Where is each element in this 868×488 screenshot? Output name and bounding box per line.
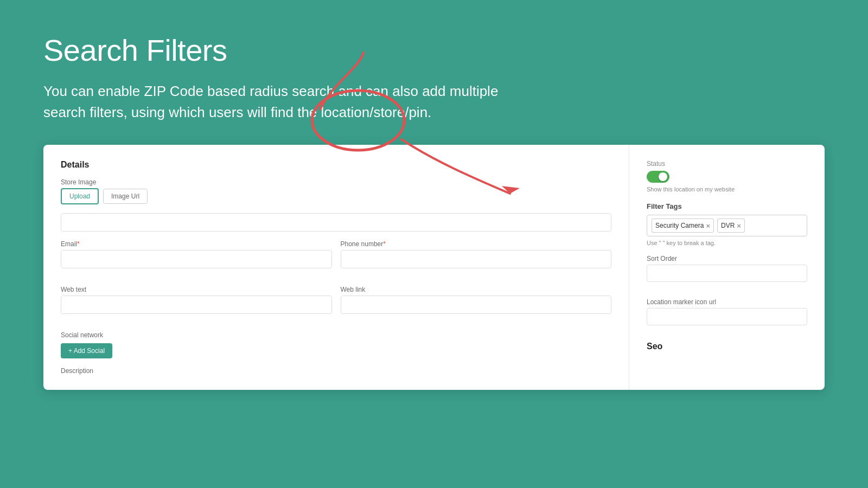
tag-dvr-label: DVR — [721, 222, 735, 229]
web-row: Web text Web link — [61, 286, 611, 323]
location-marker-field: Location marker icon url — [647, 298, 807, 333]
tag-label: Security Camera — [655, 222, 704, 229]
web-text-input[interactable] — [61, 296, 332, 314]
form-card: Details Store Image Upload Image Url Ema… — [43, 145, 825, 390]
sort-order-label: Sort Order — [647, 255, 807, 262]
form-right: Status Show this location on my website … — [629, 145, 825, 390]
sort-order-input[interactable] — [647, 265, 807, 282]
location-marker-label: Location marker icon url — [647, 298, 807, 306]
web-link-field-group: Web link — [341, 286, 612, 314]
toggle-thumb — [659, 172, 667, 181]
tag-security-camera: Security Camera × — [652, 219, 714, 233]
tags-input-container[interactable]: Security Camera × DVR × — [647, 215, 807, 236]
image-url-button[interactable]: Image Url — [103, 189, 148, 204]
status-toggle[interactable] — [647, 171, 669, 183]
hero-section: Search Filters You can enable ZIP Code b… — [0, 0, 868, 145]
page-title: Search Filters — [43, 33, 825, 68]
toggle-track — [647, 171, 669, 183]
add-social-button[interactable]: + Add Social — [61, 343, 112, 358]
web-text-field-group: Web text — [61, 286, 332, 314]
status-field: Status Show this location on my website — [647, 160, 807, 192]
phone-label: Phone number* — [341, 240, 612, 248]
store-image-field: Store Image Upload Image Url — [61, 178, 611, 204]
tag-dvr: DVR × — [717, 219, 745, 233]
name-input[interactable] — [61, 213, 611, 232]
web-text-label: Web text — [61, 286, 332, 293]
sort-order-field: Sort Order — [647, 255, 807, 290]
toggle-wrapper — [647, 171, 807, 183]
email-phone-row: Email* Phone number* — [61, 240, 611, 277]
status-label: Status — [647, 160, 807, 168]
details-section-title: Details — [61, 160, 611, 170]
phone-field-group: Phone number* — [341, 240, 612, 268]
show-location-text: Show this location on my website — [647, 186, 807, 192]
seo-title: Seo — [647, 342, 807, 351]
card-wrapper: Details Store Image Upload Image Url Ema… — [43, 145, 825, 390]
location-marker-input[interactable] — [647, 308, 807, 325]
social-label: Social network — [61, 331, 611, 339]
tag-close-dvr[interactable]: × — [737, 222, 741, 229]
tag-close-security-camera[interactable]: × — [706, 222, 710, 229]
filter-tags-field: Filter Tags Security Camera × DVR × Use … — [647, 202, 807, 246]
form-left: Details Store Image Upload Image Url Ema… — [43, 145, 629, 390]
social-network-field: Social network + Add Social — [61, 331, 611, 358]
tag-hint: Use " " key to break a tag. — [647, 240, 807, 246]
upload-button[interactable]: Upload — [61, 188, 99, 204]
filter-tags-label: Filter Tags — [647, 202, 807, 210]
description-label: Description — [61, 367, 611, 375]
email-input[interactable] — [61, 250, 332, 268]
phone-input[interactable] — [341, 250, 612, 268]
email-field-group: Email* — [61, 240, 332, 268]
hero-description: You can enable ZIP Code based radius sea… — [43, 81, 532, 123]
web-link-input[interactable] — [341, 296, 612, 314]
email-label: Email* — [61, 240, 332, 248]
web-link-label: Web link — [341, 286, 612, 293]
store-image-label: Store Image — [61, 178, 611, 186]
upload-row: Upload Image Url — [61, 188, 611, 204]
